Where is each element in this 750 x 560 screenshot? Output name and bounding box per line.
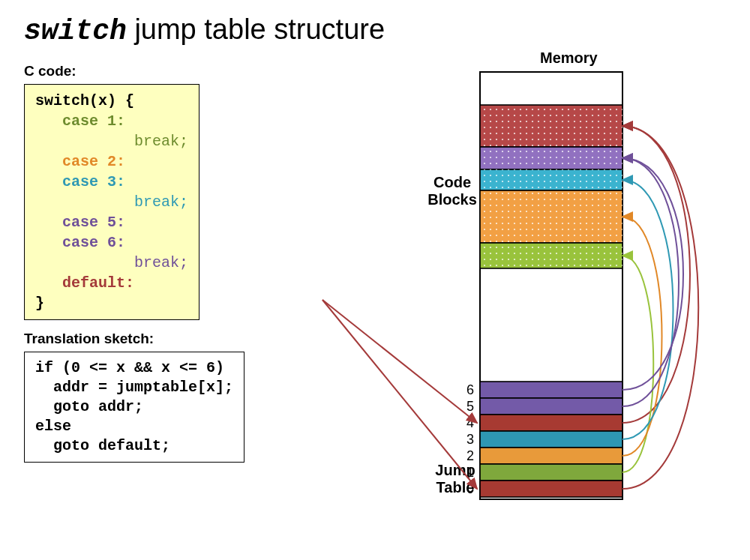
svg-rect-5: [480, 243, 622, 268]
svg-rect-1: [480, 105, 622, 147]
jump-table-row-0: [480, 481, 622, 497]
code-blocks-group: [480, 105, 622, 268]
jump-table-row-5: [480, 398, 622, 415]
svg-rect-2: [480, 147, 622, 169]
memory-label: Memory: [540, 49, 598, 67]
translation-sketch-box: if (0 <= x && x <= 6) addr = jumptable[x…: [24, 352, 244, 463]
jump-table-index-0: 0: [466, 481, 474, 497]
svg-rect-4: [480, 190, 622, 243]
c-code-box: switch(x) { case 1: break; case 2: case …: [24, 84, 200, 320]
jump-table-row-2: [480, 448, 622, 464]
title-keyword: switch: [24, 15, 127, 47]
c-code-label: C code:: [24, 63, 376, 79]
jump-table-row-3: [480, 431, 622, 448]
jump-table-group: [480, 382, 622, 497]
jump-table-index-4: 4: [466, 415, 474, 431]
left-column: C code: switch(x) { case 1: break; case …: [24, 58, 376, 463]
jump-table-index-5: 5: [466, 399, 474, 415]
translation-label: Translation sketch:: [24, 331, 376, 347]
jump-table-index-3: 3: [466, 432, 474, 448]
slide: switch jump table structure C code: swit…: [0, 0, 750, 560]
jump-table-row-6: [480, 382, 622, 398]
jump-table-row-4: [480, 415, 622, 431]
title-rest: jump table structure: [127, 13, 385, 45]
svg-rect-3: [480, 169, 622, 190]
jump-table-index-6: 6: [466, 382, 474, 398]
jump-table-index-2: 2: [466, 448, 474, 464]
jump-table-row-1: [480, 464, 622, 481]
jump-table-index-1: 1: [466, 465, 474, 481]
page-title: switch jump table structure: [24, 13, 726, 47]
memory-column: [465, 72, 638, 507]
